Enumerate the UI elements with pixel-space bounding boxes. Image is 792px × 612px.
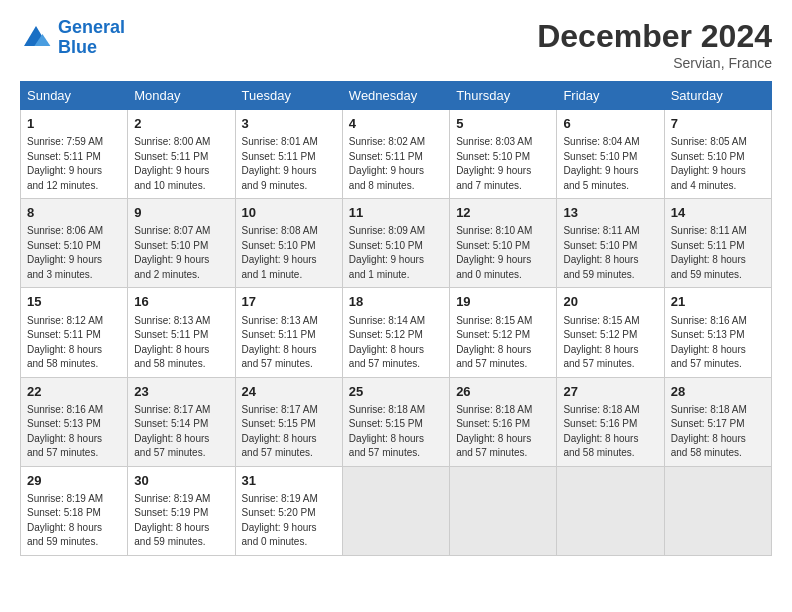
calendar-cell: 1Sunrise: 7:59 AM Sunset: 5:11 PM Daylig… <box>21 110 128 199</box>
day-info: Sunrise: 8:00 AM Sunset: 5:11 PM Dayligh… <box>134 135 228 193</box>
day-number: 19 <box>456 293 550 311</box>
calendar-cell: 15Sunrise: 8:12 AM Sunset: 5:11 PM Dayli… <box>21 288 128 377</box>
day-number: 22 <box>27 383 121 401</box>
day-number: 24 <box>242 383 336 401</box>
calendar-cell: 27Sunrise: 8:18 AM Sunset: 5:16 PM Dayli… <box>557 377 664 466</box>
day-info: Sunrise: 8:09 AM Sunset: 5:10 PM Dayligh… <box>349 224 443 282</box>
day-info: Sunrise: 8:06 AM Sunset: 5:10 PM Dayligh… <box>27 224 121 282</box>
day-info: Sunrise: 8:13 AM Sunset: 5:11 PM Dayligh… <box>134 314 228 372</box>
weekday-header-friday: Friday <box>557 82 664 110</box>
calendar-cell: 29Sunrise: 8:19 AM Sunset: 5:18 PM Dayli… <box>21 466 128 555</box>
day-info: Sunrise: 8:01 AM Sunset: 5:11 PM Dayligh… <box>242 135 336 193</box>
calendar-cell: 11Sunrise: 8:09 AM Sunset: 5:10 PM Dayli… <box>342 199 449 288</box>
day-info: Sunrise: 8:18 AM Sunset: 5:15 PM Dayligh… <box>349 403 443 461</box>
weekday-header-monday: Monday <box>128 82 235 110</box>
calendar-cell: 12Sunrise: 8:10 AM Sunset: 5:10 PM Dayli… <box>450 199 557 288</box>
calendar-cell: 16Sunrise: 8:13 AM Sunset: 5:11 PM Dayli… <box>128 288 235 377</box>
day-number: 25 <box>349 383 443 401</box>
calendar-cell: 21Sunrise: 8:16 AM Sunset: 5:13 PM Dayli… <box>664 288 771 377</box>
title-block: December 2024 Servian, France <box>537 18 772 71</box>
logo-text: General Blue <box>58 18 125 58</box>
day-number: 5 <box>456 115 550 133</box>
calendar-cell <box>664 466 771 555</box>
day-info: Sunrise: 8:11 AM Sunset: 5:11 PM Dayligh… <box>671 224 765 282</box>
calendar-cell: 28Sunrise: 8:18 AM Sunset: 5:17 PM Dayli… <box>664 377 771 466</box>
calendar-cell: 19Sunrise: 8:15 AM Sunset: 5:12 PM Dayli… <box>450 288 557 377</box>
day-info: Sunrise: 8:13 AM Sunset: 5:11 PM Dayligh… <box>242 314 336 372</box>
day-number: 15 <box>27 293 121 311</box>
weekday-header-tuesday: Tuesday <box>235 82 342 110</box>
day-info: Sunrise: 8:16 AM Sunset: 5:13 PM Dayligh… <box>27 403 121 461</box>
week-row-3: 15Sunrise: 8:12 AM Sunset: 5:11 PM Dayli… <box>21 288 772 377</box>
day-number: 23 <box>134 383 228 401</box>
day-number: 21 <box>671 293 765 311</box>
day-number: 7 <box>671 115 765 133</box>
day-number: 4 <box>349 115 443 133</box>
day-info: Sunrise: 8:18 AM Sunset: 5:17 PM Dayligh… <box>671 403 765 461</box>
day-info: Sunrise: 8:14 AM Sunset: 5:12 PM Dayligh… <box>349 314 443 372</box>
calendar-cell: 24Sunrise: 8:17 AM Sunset: 5:15 PM Dayli… <box>235 377 342 466</box>
day-number: 17 <box>242 293 336 311</box>
weekday-header-wednesday: Wednesday <box>342 82 449 110</box>
day-info: Sunrise: 8:12 AM Sunset: 5:11 PM Dayligh… <box>27 314 121 372</box>
weekday-header-sunday: Sunday <box>21 82 128 110</box>
month-title: December 2024 <box>537 18 772 55</box>
week-row-4: 22Sunrise: 8:16 AM Sunset: 5:13 PM Dayli… <box>21 377 772 466</box>
day-number: 1 <box>27 115 121 133</box>
calendar-cell: 20Sunrise: 8:15 AM Sunset: 5:12 PM Dayli… <box>557 288 664 377</box>
day-info: Sunrise: 8:08 AM Sunset: 5:10 PM Dayligh… <box>242 224 336 282</box>
calendar-cell: 5Sunrise: 8:03 AM Sunset: 5:10 PM Daylig… <box>450 110 557 199</box>
calendar-cell: 17Sunrise: 8:13 AM Sunset: 5:11 PM Dayli… <box>235 288 342 377</box>
calendar-cell: 13Sunrise: 8:11 AM Sunset: 5:10 PM Dayli… <box>557 199 664 288</box>
day-info: Sunrise: 8:05 AM Sunset: 5:10 PM Dayligh… <box>671 135 765 193</box>
day-number: 28 <box>671 383 765 401</box>
day-info: Sunrise: 8:17 AM Sunset: 5:15 PM Dayligh… <box>242 403 336 461</box>
calendar-cell: 14Sunrise: 8:11 AM Sunset: 5:11 PM Dayli… <box>664 199 771 288</box>
day-info: Sunrise: 8:02 AM Sunset: 5:11 PM Dayligh… <box>349 135 443 193</box>
day-info: Sunrise: 8:16 AM Sunset: 5:13 PM Dayligh… <box>671 314 765 372</box>
calendar-cell: 8Sunrise: 8:06 AM Sunset: 5:10 PM Daylig… <box>21 199 128 288</box>
calendar-cell: 10Sunrise: 8:08 AM Sunset: 5:10 PM Dayli… <box>235 199 342 288</box>
day-number: 9 <box>134 204 228 222</box>
day-info: Sunrise: 8:10 AM Sunset: 5:10 PM Dayligh… <box>456 224 550 282</box>
page-container: General Blue December 2024 Servian, Fran… <box>0 0 792 566</box>
day-info: Sunrise: 8:19 AM Sunset: 5:19 PM Dayligh… <box>134 492 228 550</box>
calendar-cell: 22Sunrise: 8:16 AM Sunset: 5:13 PM Dayli… <box>21 377 128 466</box>
day-number: 14 <box>671 204 765 222</box>
day-info: Sunrise: 8:04 AM Sunset: 5:10 PM Dayligh… <box>563 135 657 193</box>
calendar-cell <box>342 466 449 555</box>
calendar-table: SundayMondayTuesdayWednesdayThursdayFrid… <box>20 81 772 556</box>
logo-icon <box>20 22 52 54</box>
weekday-header-thursday: Thursday <box>450 82 557 110</box>
day-info: Sunrise: 8:19 AM Sunset: 5:20 PM Dayligh… <box>242 492 336 550</box>
calendar-cell: 9Sunrise: 8:07 AM Sunset: 5:10 PM Daylig… <box>128 199 235 288</box>
weekday-header-saturday: Saturday <box>664 82 771 110</box>
calendar-cell: 3Sunrise: 8:01 AM Sunset: 5:11 PM Daylig… <box>235 110 342 199</box>
day-number: 3 <box>242 115 336 133</box>
day-info: Sunrise: 8:11 AM Sunset: 5:10 PM Dayligh… <box>563 224 657 282</box>
day-info: Sunrise: 8:15 AM Sunset: 5:12 PM Dayligh… <box>563 314 657 372</box>
weekday-header-row: SundayMondayTuesdayWednesdayThursdayFrid… <box>21 82 772 110</box>
calendar-cell: 6Sunrise: 8:04 AM Sunset: 5:10 PM Daylig… <box>557 110 664 199</box>
day-number: 6 <box>563 115 657 133</box>
day-number: 26 <box>456 383 550 401</box>
day-number: 2 <box>134 115 228 133</box>
day-info: Sunrise: 8:18 AM Sunset: 5:16 PM Dayligh… <box>563 403 657 461</box>
day-number: 31 <box>242 472 336 490</box>
week-row-2: 8Sunrise: 8:06 AM Sunset: 5:10 PM Daylig… <box>21 199 772 288</box>
day-info: Sunrise: 8:19 AM Sunset: 5:18 PM Dayligh… <box>27 492 121 550</box>
location: Servian, France <box>537 55 772 71</box>
day-number: 27 <box>563 383 657 401</box>
day-number: 8 <box>27 204 121 222</box>
calendar-cell: 31Sunrise: 8:19 AM Sunset: 5:20 PM Dayli… <box>235 466 342 555</box>
calendar-cell: 23Sunrise: 8:17 AM Sunset: 5:14 PM Dayli… <box>128 377 235 466</box>
calendar-cell: 18Sunrise: 8:14 AM Sunset: 5:12 PM Dayli… <box>342 288 449 377</box>
day-number: 12 <box>456 204 550 222</box>
week-row-5: 29Sunrise: 8:19 AM Sunset: 5:18 PM Dayli… <box>21 466 772 555</box>
calendar-cell: 26Sunrise: 8:18 AM Sunset: 5:16 PM Dayli… <box>450 377 557 466</box>
day-info: Sunrise: 8:03 AM Sunset: 5:10 PM Dayligh… <box>456 135 550 193</box>
day-number: 10 <box>242 204 336 222</box>
day-info: Sunrise: 8:15 AM Sunset: 5:12 PM Dayligh… <box>456 314 550 372</box>
day-number: 30 <box>134 472 228 490</box>
header: General Blue December 2024 Servian, Fran… <box>20 18 772 71</box>
